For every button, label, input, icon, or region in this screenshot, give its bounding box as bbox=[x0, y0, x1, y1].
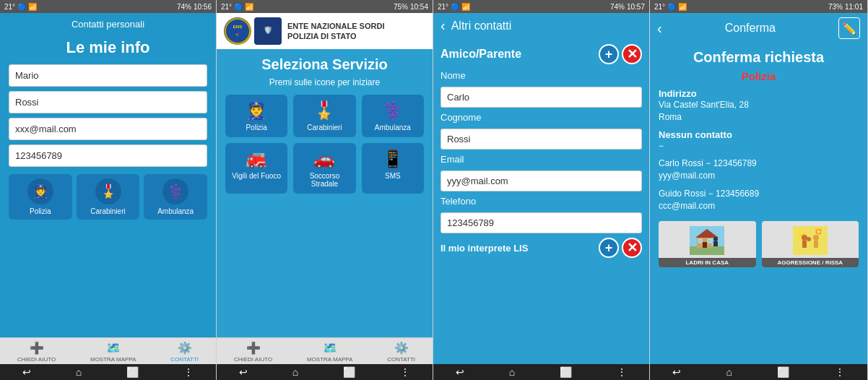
contact1-section: Carlo Rossi − 123456789 yyy@mail.com bbox=[659, 157, 859, 182]
bottom-nav-1: ➕ CHIEDI AIUTO 🗺️ MOSTRA MAPPA ⚙️ CONTAT… bbox=[0, 337, 216, 364]
aggressione-art: ⭐ 💥 bbox=[762, 223, 859, 258]
delete-contact-btn[interactable]: ✕ bbox=[622, 44, 642, 64]
svg-point-0 bbox=[225, 19, 250, 43]
contact2-email: ccc@mail.com bbox=[659, 200, 859, 212]
nav-chiedi-aiuto-1[interactable]: ➕ CHIEDI AIUTO bbox=[17, 341, 56, 363]
recents-hw-3[interactable]: ⬜ bbox=[560, 366, 572, 378]
back-button-3[interactable]: ‹ bbox=[440, 17, 446, 34]
panel1-main: Le mie info 👮 Polizia 🎖️ Carabinieri ⚕️ … bbox=[0, 33, 216, 337]
temp-3: 21° bbox=[438, 3, 448, 11]
wifi-icon-2: 📶 bbox=[245, 3, 253, 11]
battery-3: 74% bbox=[610, 3, 625, 11]
android-bar-4: ↩ ⌂ ⬜ ⋮ bbox=[650, 364, 867, 380]
sms-svc-icon: 📱 bbox=[382, 149, 404, 169]
back-hw-3[interactable]: ↩ bbox=[456, 366, 464, 378]
home-hw-2[interactable]: ⌂ bbox=[292, 366, 298, 378]
alert-thumbnails: LADRI IN CASA ⭐ 💥 bbox=[659, 221, 859, 267]
back-button-4[interactable]: ‹ bbox=[657, 20, 662, 37]
add-lis-btn[interactable]: + bbox=[599, 238, 619, 258]
vigili-svc-btn[interactable]: 🚒 Vigili del Fuoco bbox=[225, 143, 287, 194]
seleziona-title: Seleziona Servizio bbox=[225, 56, 424, 73]
surname-input[interactable] bbox=[9, 91, 207, 113]
menu-hw-2[interactable]: ⋮ bbox=[400, 366, 410, 378]
nav-mappa-2[interactable]: 🗺️ MOSTRA MAPPA bbox=[307, 341, 352, 363]
telefono-input[interactable] bbox=[440, 212, 642, 233]
svg-rect-18 bbox=[802, 241, 807, 248]
ps-logo: 🛡️ bbox=[254, 17, 282, 45]
delete-lis-btn[interactable]: ✕ bbox=[622, 238, 642, 258]
ambulanza-btn-1[interactable]: ⚕️ Ambulanza bbox=[144, 174, 207, 220]
nav-mappa-1[interactable]: 🗺️ MOSTRA MAPPA bbox=[90, 341, 136, 363]
recents-hw-4[interactable]: ⬜ bbox=[777, 366, 789, 378]
ambulanza-label-1: Ambulanza bbox=[157, 207, 194, 215]
recents-hw-2[interactable]: ⬜ bbox=[343, 366, 355, 378]
carabinieri-btn-1[interactable]: 🎖️ Carabinieri bbox=[77, 174, 140, 220]
status-bar-2: 21° 🔵 📶 75% 10:54 bbox=[217, 0, 433, 13]
name-input[interactable] bbox=[9, 64, 207, 87]
chiedi-aiuto-label-1: CHIEDI AIUTO bbox=[17, 356, 56, 363]
carabinieri-svc-btn[interactable]: 🎖️ Carabinieri bbox=[293, 95, 355, 137]
phone-input[interactable] bbox=[9, 144, 207, 167]
back-hw-4[interactable]: ↩ bbox=[672, 366, 681, 378]
soccorso-svc-btn[interactable]: 🚗 Soccorso Stradale bbox=[293, 143, 355, 194]
nav-chiedi-aiuto-2[interactable]: ➕ CHIEDI AIUTO bbox=[234, 341, 272, 363]
services-grid: 👮 Polizia 🎖️ Carabinieri ⚕️ Ambulanza 🚒 … bbox=[225, 95, 424, 194]
mappa-icon-2: 🗺️ bbox=[323, 341, 337, 355]
chiedi-aiuto-icon-2: ➕ bbox=[246, 341, 261, 355]
svg-text:🛡️: 🛡️ bbox=[264, 25, 273, 35]
polizia-highlight-label: Polizia bbox=[659, 70, 859, 82]
lis-section-actions: + ✕ bbox=[599, 238, 642, 258]
time-1: 10:56 bbox=[194, 3, 212, 11]
home-hw-4[interactable]: ⌂ bbox=[726, 366, 732, 378]
nessun-contatto-section: Nessun contatto − bbox=[659, 129, 859, 152]
email-input-3[interactable] bbox=[440, 170, 642, 191]
back-hw-1[interactable]: ↩ bbox=[22, 366, 31, 378]
telefono-label: Telefono bbox=[440, 196, 642, 207]
panel1-header-title: Contatti personali bbox=[71, 19, 144, 30]
back-hw-2[interactable]: ↩ bbox=[239, 366, 248, 378]
bottom-nav-2: ➕ CHIEDI AIUTO 🗺️ MOSTRA MAPPA ⚙️ CONTAT… bbox=[217, 337, 433, 364]
contatti-label-1: CONTATTI bbox=[170, 356, 199, 363]
nav-contatti-1[interactable]: ⚙️ CONTATTI bbox=[170, 341, 199, 363]
bt-icon-3: 🔵 bbox=[451, 3, 459, 11]
thumb-aggressione[interactable]: ⭐ 💥 AGGRESSIONE / RISSA bbox=[762, 221, 859, 267]
bt-icon-2: 🔵 bbox=[234, 3, 243, 11]
org-logos: ENS 🦅 🛡️ bbox=[224, 17, 282, 45]
menu-hw-4[interactable]: ⋮ bbox=[835, 366, 845, 378]
panel-seleziona-servizio: 21° 🔵 📶 75% 10:54 ENS 🦅 🛡️ bbox=[217, 0, 433, 380]
menu-hw-3[interactable]: ⋮ bbox=[617, 366, 627, 378]
home-hw-3[interactable]: ⌂ bbox=[509, 366, 515, 378]
edit-button-4[interactable]: ✏️ bbox=[838, 17, 860, 39]
polizia-btn-1[interactable]: 👮 Polizia bbox=[9, 174, 72, 220]
panel-altri-contatti: 21° 🔵 📶 74% 10:57 ‹ Altri contatti Amico… bbox=[433, 0, 650, 380]
nome-input[interactable] bbox=[440, 87, 642, 108]
conferma-header-title: Conferma bbox=[725, 22, 776, 35]
vigili-svc-label: Vigili del Fuoco bbox=[232, 172, 281, 180]
svg-point-17 bbox=[802, 235, 807, 241]
cognome-label: Cognome bbox=[440, 112, 642, 123]
indirizzo-section: Indirizzo Via Castel Sant'Elia, 28Roma bbox=[659, 88, 859, 124]
status-bar-1: 21° 🔵 📶 74% 10:56 bbox=[0, 0, 216, 13]
polizia-svc-btn[interactable]: 👮 Polizia bbox=[225, 95, 287, 137]
service-buttons-panel1: 👮 Polizia 🎖️ Carabinieri ⚕️ Ambulanza bbox=[9, 174, 207, 220]
sms-svc-btn[interactable]: 📱 SMS bbox=[362, 143, 424, 194]
ambulanza-icon-1: ⚕️ bbox=[162, 178, 188, 204]
add-contact-btn[interactable]: + bbox=[599, 44, 619, 64]
sms-svc-label: SMS bbox=[385, 172, 401, 180]
le-mie-info-title: Le mie info bbox=[9, 38, 207, 57]
email-input[interactable] bbox=[9, 118, 207, 140]
cognome-input[interactable] bbox=[440, 129, 642, 150]
panel4-main: Conferma richiesta Polizia Indirizzo Via… bbox=[650, 43, 867, 364]
seleziona-subtitle: Premi sulle icone per iniziare bbox=[225, 77, 424, 87]
menu-hw-1[interactable]: ⋮ bbox=[183, 366, 194, 378]
home-hw-1[interactable]: ⌂ bbox=[76, 366, 82, 378]
thumb-ladri[interactable]: LADRI IN CASA bbox=[659, 221, 756, 267]
vigili-svc-icon: 🚒 bbox=[246, 149, 267, 169]
nav-contatti-2[interactable]: ⚙️ CONTATTI bbox=[387, 341, 415, 363]
contatti-icon-2: ⚙️ bbox=[394, 341, 409, 355]
temp-2: 21° bbox=[221, 3, 232, 11]
svg-rect-10 bbox=[698, 239, 702, 243]
recents-hw-1[interactable]: ⬜ bbox=[126, 366, 139, 378]
ambulanza-svc-btn[interactable]: ⚕️ Ambulanza bbox=[362, 95, 424, 137]
svg-text:💥: 💥 bbox=[815, 228, 822, 235]
